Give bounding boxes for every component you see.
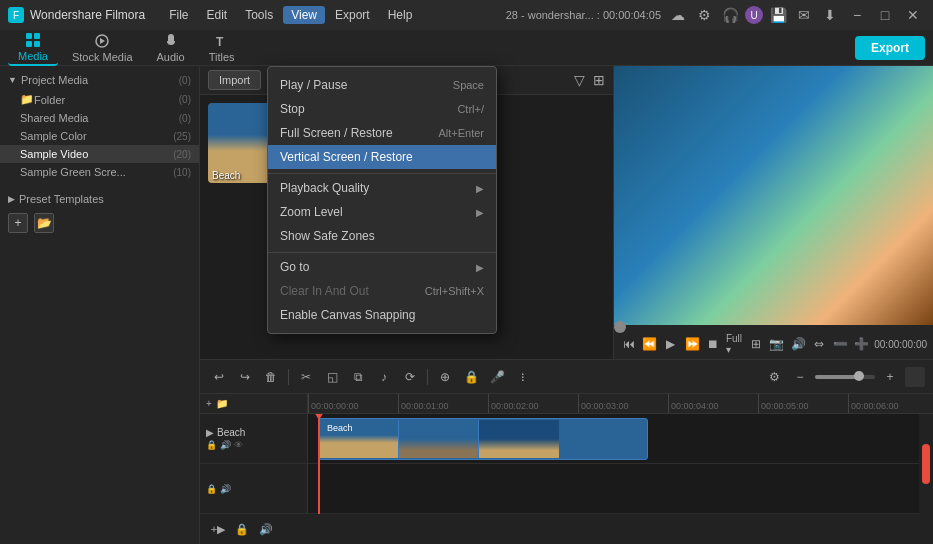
minimize-button[interactable]: −: [845, 3, 869, 27]
sample-green-item[interactable]: Sample Green Scre... (10): [0, 163, 199, 181]
menu-vertical-screen[interactable]: Vertical Screen / Restore: [268, 145, 496, 169]
timeline-toolbar: ↩ ↪ 🗑 ✂ ◱ ⧉ ♪ ⟳ ⊕ 🔒 🎤 ⫶ ⚙ −: [200, 360, 933, 394]
play-icon[interactable]: ▶: [662, 333, 679, 355]
plus-icon[interactable]: ➕: [853, 333, 870, 355]
transform-button[interactable]: ⧉: [347, 366, 369, 388]
project-media-section: ▼ Project Media (0) 📁 Folder (0) Shared …: [0, 66, 199, 185]
audio-track-button[interactable]: ♪: [373, 366, 395, 388]
expand-icon[interactable]: ⇔: [811, 333, 828, 355]
timeline: ↩ ↪ 🗑 ✂ ◱ ⧉ ♪ ⟳ ⊕ 🔒 🎤 ⫶ ⚙ −: [200, 359, 933, 544]
step-back-icon[interactable]: ⏪: [641, 333, 658, 355]
menu-zoom-level[interactable]: Zoom Level ▶: [268, 200, 496, 224]
ruler-mark-1: 00:00:01:00: [398, 394, 488, 413]
cloud-icon[interactable]: ☁: [667, 4, 689, 26]
redo-button[interactable]: ↪: [234, 366, 256, 388]
menu-view[interactable]: View: [283, 6, 325, 24]
snap-button[interactable]: ⊕: [434, 366, 456, 388]
tab-media[interactable]: Media: [8, 30, 58, 66]
lock-icon-audio[interactable]: 🔒: [206, 484, 217, 494]
zoom-slider[interactable]: [815, 375, 875, 379]
preview-image: [614, 66, 933, 325]
step-forward-icon[interactable]: ⏩: [684, 333, 701, 355]
tab-stock-media[interactable]: Stock Media: [62, 31, 143, 65]
audio-icon[interactable]: 🔊: [790, 333, 807, 355]
menu-fullscreen[interactable]: Full Screen / Restore Alt+Enter: [268, 121, 496, 145]
close-button[interactable]: ✕: [901, 3, 925, 27]
screen-icon[interactable]: ⊞: [747, 333, 764, 355]
mic-button[interactable]: 🎤: [486, 366, 508, 388]
undo-button[interactable]: ↩: [208, 366, 230, 388]
menu-goto[interactable]: Go to ▶: [268, 255, 496, 279]
tab-audio[interactable]: Audio: [147, 31, 195, 65]
lock-button[interactable]: 🔒: [460, 366, 482, 388]
new-folder-btn[interactable]: +: [8, 213, 28, 233]
track-label-video: ▶ Beach 🔒 🔊 👁: [200, 414, 307, 464]
sample-color-item[interactable]: Sample Color (25): [0, 127, 199, 145]
import-button[interactable]: Import: [208, 70, 261, 90]
mail-icon[interactable]: ✉: [793, 4, 815, 26]
separator-2: [427, 369, 428, 385]
menu-safe-zones[interactable]: Show Safe Zones: [268, 224, 496, 248]
speaker-icon-audio[interactable]: 🔊: [220, 484, 231, 494]
preset-templates-header[interactable]: ▶ Preset Templates: [0, 189, 199, 209]
menu-edit[interactable]: Edit: [199, 6, 236, 24]
progress-track[interactable]: [614, 325, 933, 329]
delete-button[interactable]: 🗑: [260, 366, 282, 388]
timeline-ruler: 00:00:00:00 00:00:01:00 00:00:02:00 00:0…: [308, 394, 933, 413]
timeline-settings-icon[interactable]: ⚙: [763, 366, 785, 388]
timeline-end-marker: [905, 367, 925, 387]
lock-icon-track[interactable]: 🔒: [206, 440, 217, 450]
eye-icon-track[interactable]: 👁: [234, 440, 243, 450]
save-icon[interactable]: 💾: [767, 4, 789, 26]
tab-titles[interactable]: T Titles: [199, 31, 245, 65]
avatar-icon[interactable]: U: [745, 6, 763, 24]
track-name: Beach: [217, 427, 245, 438]
settings-icon[interactable]: ⚙: [693, 4, 715, 26]
beach-clip[interactable]: Beach: [318, 418, 648, 460]
shared-media-item[interactable]: Shared Media (0): [0, 109, 199, 127]
zoom-in-timeline[interactable]: −: [789, 366, 811, 388]
folder-item[interactable]: 📁 Folder (0): [0, 90, 199, 109]
download-icon[interactable]: ⬇: [819, 4, 841, 26]
maximize-button[interactable]: □: [873, 3, 897, 27]
preview-area: [614, 66, 933, 325]
menu-canvas-snapping[interactable]: Enable Canvas Snapping: [268, 303, 496, 327]
sample-video-item[interactable]: Sample Video (20): [0, 145, 199, 163]
menu-tools[interactable]: Tools: [237, 6, 281, 24]
menu-help[interactable]: Help: [380, 6, 421, 24]
stop-icon[interactable]: ⏹: [705, 333, 722, 355]
crop-button[interactable]: ◱: [321, 366, 343, 388]
split-button[interactable]: ⫶: [512, 366, 534, 388]
headset-icon[interactable]: 🎧: [719, 4, 741, 26]
ruler-mark-6: 00:00:06:00: [848, 394, 933, 413]
menu-stop[interactable]: Stop Ctrl+/: [268, 97, 496, 121]
skip-start-icon[interactable]: ⏮: [620, 333, 637, 355]
speaker-icon-track[interactable]: 🔊: [220, 440, 231, 450]
menu-file[interactable]: File: [161, 6, 196, 24]
zoom-out-timeline[interactable]: +: [879, 366, 901, 388]
title-bar: F Wondershare Filmora File Edit Tools Vi…: [0, 0, 933, 30]
add-track-btn[interactable]: +: [206, 398, 212, 409]
timeline-scrollbar-right[interactable]: [919, 414, 933, 514]
speed-button[interactable]: ⟳: [399, 366, 421, 388]
snapshot-icon[interactable]: 📷: [768, 333, 785, 355]
menu-play-pause[interactable]: Play / Pause Space: [268, 73, 496, 97]
add-folder-track-btn[interactable]: 📁: [216, 398, 228, 409]
svg-rect-0: [26, 33, 32, 39]
timeline-playhead[interactable]: [318, 414, 320, 514]
add-audio-track-btn[interactable]: 🔒: [232, 519, 252, 539]
minus-icon[interactable]: ➖: [832, 333, 849, 355]
filter-icon[interactable]: ▽: [574, 72, 585, 88]
project-media-header[interactable]: ▼ Project Media (0): [0, 70, 199, 90]
play-icon-track[interactable]: ▶: [206, 427, 214, 438]
import-btn-small[interactable]: 📂: [34, 213, 54, 233]
add-video-track-btn[interactable]: +▶: [208, 519, 228, 539]
grid-icon[interactable]: ⊞: [593, 72, 605, 88]
clip-title-label: Beach: [323, 421, 357, 435]
zoom-label[interactable]: Full ▾: [726, 333, 743, 355]
cut-button[interactable]: ✂: [295, 366, 317, 388]
mute-btn[interactable]: 🔊: [256, 519, 276, 539]
menu-playback-quality[interactable]: Playback Quality ▶: [268, 176, 496, 200]
export-button[interactable]: Export: [855, 36, 925, 60]
menu-export[interactable]: Export: [327, 6, 378, 24]
